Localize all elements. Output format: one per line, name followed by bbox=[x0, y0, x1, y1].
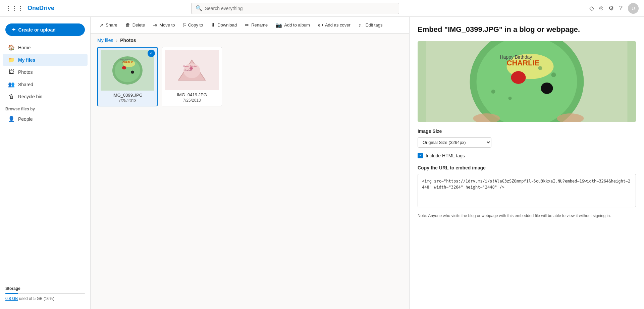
svg-point-17 bbox=[477, 41, 577, 122]
album-icon: 📷 bbox=[276, 22, 282, 28]
svg-point-23 bbox=[491, 90, 495, 94]
panel-title: Embed "IMG_0399.JPG" in a blog or webpag… bbox=[418, 25, 636, 35]
topbar-right: ◇ ⎋ ⚙ ? U bbox=[589, 3, 639, 14]
folder-icon: 📁 bbox=[8, 57, 15, 63]
svg-point-20 bbox=[541, 83, 553, 94]
svg-point-19 bbox=[511, 71, 526, 84]
rename-label: Rename bbox=[251, 22, 268, 28]
selected-check-badge: ✓ bbox=[148, 50, 155, 57]
storage-section: Storage 0.8 GB used of 5 GB (16%) bbox=[0, 282, 90, 305]
sidebar: + Create or upload 🏠 Home 📁 My files 🖼 P… bbox=[0, 17, 91, 309]
edit-tags-button[interactable]: 🏷 Edit tags bbox=[355, 20, 386, 30]
copy-to-icon: ⎘ bbox=[183, 22, 186, 28]
create-upload-label: Create or upload bbox=[18, 27, 56, 33]
include-html-label: Include HTML tags bbox=[426, 153, 465, 158]
sidebar-item-shared[interactable]: 👥 Shared bbox=[3, 79, 88, 90]
svg-point-24 bbox=[551, 72, 556, 77]
panel-preview-image: CHARLIE Happy Birthday bbox=[418, 41, 636, 122]
sidebar-item-photos[interactable]: 🖼 Photos bbox=[3, 66, 88, 78]
file-date-img0419: 7/25/2013 bbox=[183, 98, 201, 103]
move-to-button[interactable]: ⇥ Move to bbox=[150, 20, 178, 30]
breadcrumb-current: Photos bbox=[120, 38, 136, 43]
svg-text:CHARLIE: CHARLIE bbox=[507, 59, 540, 67]
copy-to-button[interactable]: ⎘ Copy to bbox=[180, 20, 207, 30]
download-button[interactable]: ⬇ Download bbox=[208, 20, 240, 30]
sidebar-item-home[interactable]: 🏠 Home bbox=[3, 42, 88, 53]
rename-button[interactable]: ✏ Rename bbox=[241, 20, 271, 30]
delete-button[interactable]: 🗑 Delete bbox=[122, 20, 149, 30]
delete-label: Delete bbox=[132, 22, 145, 28]
search-input[interactable] bbox=[205, 6, 395, 11]
toolbar: ↗ Share 🗑 Delete ⇥ Move to ⎘ Copy to ⬇ D… bbox=[91, 17, 409, 34]
content-area: ↗ Share 🗑 Delete ⇥ Move to ⎘ Copy to ⬇ D… bbox=[91, 17, 409, 309]
add-as-cover-button[interactable]: 🏷 Add as cover bbox=[315, 20, 354, 30]
breadcrumb-parent-link[interactable]: My files bbox=[97, 38, 113, 43]
sidebar-item-my-files[interactable]: 📁 My files bbox=[3, 54, 88, 66]
sidebar-item-people-label: People bbox=[18, 116, 33, 122]
grid-icon[interactable]: ⋮⋮⋮ bbox=[5, 5, 23, 12]
browse-by-label: Browse files by bbox=[0, 103, 90, 113]
svg-point-26 bbox=[538, 66, 542, 70]
topbar: ⋮⋮⋮ OneDrive 🔍 ◇ ⎋ ⚙ ? U bbox=[0, 0, 644, 17]
file-thumbnail-img0419: Happy Birthday Charlean bbox=[165, 50, 219, 90]
file-thumbnail-img0399: CHARLIE Happy Birthday bbox=[101, 50, 154, 91]
svg-text:Happy Birthday: Happy Birthday bbox=[183, 65, 197, 67]
search-bar: 🔍 bbox=[191, 3, 399, 14]
breadcrumb: My files › Photos bbox=[91, 34, 409, 47]
search-icon: 🔍 bbox=[196, 5, 202, 11]
image-size-select[interactable]: Original Size (3264px) bbox=[418, 137, 491, 148]
embed-code-box[interactable]: <img src="https://1drv.ms/i/s!AlaG3zSZOm… bbox=[418, 174, 636, 207]
file-card-img0419[interactable]: Happy Birthday Charlean IMG_0419.JPG 7/2… bbox=[162, 47, 222, 106]
include-html-checkbox[interactable]: ✓ bbox=[418, 153, 423, 158]
home-icon: 🏠 bbox=[8, 44, 15, 51]
right-panel: Embed "IMG_0399.JPG" in a blog or webpag… bbox=[409, 17, 644, 309]
create-upload-button[interactable]: + Create or upload bbox=[5, 23, 85, 36]
sidebar-item-recycle[interactable]: 🗑 Recycle bin bbox=[3, 91, 88, 102]
copy-url-label: Copy the URL to embed image bbox=[418, 165, 636, 170]
add-to-album-button[interactable]: 📷 Add to album bbox=[272, 20, 313, 30]
diamond-icon[interactable]: ◇ bbox=[589, 5, 594, 12]
svg-point-25 bbox=[508, 97, 512, 100]
share-icon: ↗ bbox=[99, 22, 104, 28]
image-size-label: Image Size bbox=[418, 128, 636, 134]
topbar-left: ⋮⋮⋮ OneDrive bbox=[5, 5, 96, 12]
help-icon[interactable]: ? bbox=[619, 5, 623, 12]
storage-total-text: used of 5 GB (16%) bbox=[19, 296, 54, 301]
svg-point-4 bbox=[122, 66, 126, 69]
storage-bar-background bbox=[5, 293, 85, 294]
recycle-icon: 🗑 bbox=[8, 94, 15, 100]
include-html-row: ✓ Include HTML tags bbox=[418, 153, 636, 158]
file-card-img0399[interactable]: CHARLIE Happy Birthday ✓ IMG_0399.JPG 7/… bbox=[97, 47, 158, 106]
sidebar-item-recycle-label: Recycle bin bbox=[18, 94, 42, 99]
add-as-cover-label: Add as cover bbox=[325, 22, 351, 28]
share-button[interactable]: ↗ Share bbox=[96, 20, 121, 30]
sidebar-item-my-files-label: My files bbox=[18, 57, 35, 63]
sidebar-item-photos-label: Photos bbox=[18, 69, 33, 75]
svg-text:Charlean: Charlean bbox=[184, 69, 192, 71]
move-to-label: Move to bbox=[159, 22, 175, 28]
plus-icon: + bbox=[12, 26, 16, 33]
svg-text:Happy Birthday: Happy Birthday bbox=[500, 54, 532, 60]
svg-text:CHARLIE: CHARLIE bbox=[122, 61, 133, 63]
sidebar-item-people[interactable]: 👤 People bbox=[3, 113, 88, 125]
add-to-album-label: Add to album bbox=[284, 22, 310, 28]
brand-logo: OneDrive bbox=[28, 5, 54, 12]
svg-text:Happy Birthday: Happy Birthday bbox=[120, 59, 132, 61]
file-grid: CHARLIE Happy Birthday ✓ IMG_0399.JPG 7/… bbox=[91, 47, 409, 309]
breadcrumb-separator: › bbox=[116, 38, 117, 43]
move-to-icon: ⇥ bbox=[153, 22, 157, 28]
storage-bar-fill bbox=[5, 293, 18, 294]
share-network-icon[interactable]: ⎋ bbox=[599, 5, 603, 12]
embed-note: Note: Anyone who visits the blog or webp… bbox=[418, 213, 636, 219]
share-label: Share bbox=[106, 22, 117, 28]
rename-icon: ✏ bbox=[245, 22, 249, 28]
copy-to-label: Copy to bbox=[188, 22, 203, 28]
storage-used-link[interactable]: 0.8 GB bbox=[5, 296, 18, 301]
avatar[interactable]: U bbox=[628, 3, 639, 14]
download-label: Download bbox=[217, 22, 237, 28]
settings-icon[interactable]: ⚙ bbox=[608, 5, 614, 12]
file-name-img0399: IMG_0399.JPG bbox=[101, 93, 154, 98]
download-icon: ⬇ bbox=[211, 22, 215, 28]
shared-icon: 👥 bbox=[8, 81, 15, 88]
storage-label: Storage bbox=[5, 286, 85, 291]
